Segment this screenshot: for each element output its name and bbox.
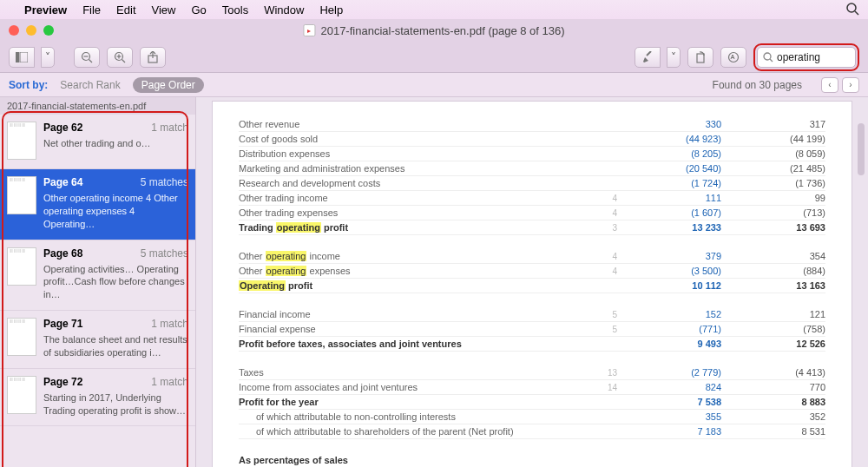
zoom-in-button[interactable]	[107, 47, 133, 68]
search-result-item[interactable]: ||||| ||||| ||||| ||||| Page 621 match N…	[0, 115, 195, 169]
table-row: Distribution expenses(8 205)(8 059)	[239, 147, 825, 161]
window-titlebar: ▸ 2017-financial-statements-en.pdf (page…	[0, 19, 868, 42]
sidebar-view-button[interactable]	[9, 47, 35, 68]
menu-go[interactable]: Go	[191, 3, 206, 16]
page-thumbnail: ||||| ||||| ||||| |||||	[7, 318, 36, 356]
sort-search-rank[interactable]: Search Rank	[60, 79, 120, 91]
sort-by-label: Sort by:	[9, 79, 48, 91]
table-row: As percentages of sales	[239, 453, 825, 467]
rotate-button[interactable]	[687, 47, 713, 68]
macos-menubar: Preview File Edit View Go Tools Window H…	[0, 0, 868, 19]
menu-edit[interactable]: Edit	[116, 3, 135, 16]
menu-file[interactable]: File	[82, 3, 101, 16]
result-page: Page 72	[43, 376, 82, 388]
result-match-count: 5 matches	[141, 176, 188, 188]
next-result-button[interactable]: ›	[842, 77, 859, 93]
svg-line-1	[855, 11, 858, 15]
search-result-item[interactable]: ||||| ||||| ||||| ||||| Page 721 match S…	[0, 369, 195, 427]
svg-rect-2	[16, 52, 19, 62]
table-row: Taxes13(2 779)(4 413)	[239, 365, 825, 380]
window-controls	[9, 25, 54, 36]
pdf-page: Other revenue330317Cost of goods sold(44…	[212, 101, 852, 467]
table-row: Cost of goods sold(44 923)(44 199)	[239, 132, 825, 147]
table-row: Income from associates and joint venture…	[239, 380, 825, 395]
minimize-button[interactable]	[26, 25, 36, 36]
table-row: Other operating income4379354	[239, 249, 825, 264]
result-match-count: 5 matches	[141, 247, 188, 260]
result-snippet: Other operating income 4 Other operating…	[43, 192, 188, 231]
page-thumbnail: ||||| ||||| ||||| |||||	[7, 376, 36, 414]
search-sort-bar: Sort by: Search Rank Page Order Found on…	[0, 73, 868, 97]
table-row: Other operating expenses4(3 500)(884)	[239, 264, 825, 279]
pdf-file-icon: ▸	[303, 24, 315, 36]
result-page: Page 71	[43, 318, 82, 330]
result-snippet: Net other trading and o…	[43, 137, 188, 150]
table-row: Other trading income411199	[239, 191, 825, 206]
result-pager: ‹ ›	[821, 77, 859, 93]
search-result-item[interactable]: ||||| ||||| ||||| ||||| Page 645 matches…	[0, 169, 195, 240]
search-result-item[interactable]: ||||| ||||| ||||| ||||| Page 711 match T…	[0, 311, 195, 369]
table-row: of which attributable to shareholders of…	[239, 424, 825, 439]
markup-button[interactable]	[720, 47, 746, 68]
menu-help[interactable]: Help	[319, 3, 343, 16]
result-snippet: The balance sheet and net results of sub…	[43, 333, 188, 359]
zoom-button[interactable]	[43, 25, 54, 36]
highlight-button[interactable]	[635, 47, 661, 68]
search-result-item[interactable]: ||||| ||||| ||||| ||||| Page 685 matches…	[0, 240, 195, 312]
title-text: 2017-financial-statements-en.pdf (page 8…	[320, 24, 564, 37]
pdf-viewer[interactable]: Other revenue330317Cost of goods sold(44…	[196, 97, 868, 467]
sidebar-view-dropdown[interactable]: ˅	[41, 47, 55, 68]
prev-result-button[interactable]: ‹	[821, 77, 838, 93]
table-row: Profit before taxes, associates and join…	[239, 337, 825, 352]
table-row: Operating profit10 11213 163	[239, 279, 825, 293]
result-match-count: 1 match	[151, 122, 188, 134]
search-input[interactable]	[777, 51, 846, 63]
svg-line-6	[89, 59, 93, 62]
menu-tools[interactable]: Tools	[222, 3, 248, 16]
page-thumbnail: ||||| ||||| ||||| |||||	[7, 122, 36, 160]
menu-view[interactable]: View	[152, 3, 176, 16]
svg-line-10	[122, 59, 126, 62]
svg-rect-14	[697, 54, 704, 62]
table-row: Financial expense5(771)(758)	[239, 322, 825, 337]
share-button[interactable]	[140, 47, 166, 68]
table-row: Financial income5152121	[239, 307, 825, 322]
svg-point-0	[847, 3, 856, 12]
search-results-sidebar: 2017-financial-statements-en.pdf ||||| |…	[0, 97, 196, 467]
menu-window[interactable]: Window	[264, 3, 304, 16]
result-match-count: 1 match	[151, 376, 188, 388]
result-page: Page 64	[43, 176, 82, 188]
table-row: Other revenue330317	[239, 117, 825, 132]
svg-rect-3	[20, 52, 28, 62]
sort-page-order[interactable]: Page Order	[133, 77, 204, 93]
result-snippet: Starting in 2017, Underlying Trading ope…	[43, 391, 188, 418]
result-page: Page 62	[43, 122, 82, 134]
found-count: Found on 30 pages	[713, 79, 802, 91]
close-button[interactable]	[9, 25, 19, 36]
table-row: Marketing and administration expenses(20…	[239, 161, 825, 176]
search-highlight-ring	[753, 43, 859, 71]
toolbar: ˅ ˅	[0, 42, 868, 73]
spotlight-icon[interactable]	[845, 2, 859, 18]
svg-line-17	[770, 59, 773, 62]
result-match-count: 1 match	[151, 318, 188, 330]
search-icon	[763, 52, 773, 62]
svg-point-16	[764, 53, 771, 60]
sidebar-doc-title: 2017-financial-statements-en.pdf	[0, 97, 195, 115]
highlight-dropdown[interactable]: ˅	[667, 47, 681, 68]
table-row: Trading operating profit313 23313 693	[239, 220, 825, 235]
table-row: Profit for the year7 5388 883	[239, 395, 825, 410]
document-title: ▸ 2017-financial-statements-en.pdf (page…	[303, 24, 564, 37]
app-menu[interactable]: Preview	[24, 3, 67, 16]
table-row: of which attributable to non-controlling…	[239, 410, 825, 424]
scrollbar-thumb[interactable]	[858, 123, 865, 175]
zoom-out-button[interactable]	[74, 47, 100, 68]
table-row: Other trading expenses4(1 607)(713)	[239, 206, 825, 220]
table-row: Research and development costs(1 724)(1 …	[239, 176, 825, 191]
search-field[interactable]	[757, 47, 856, 68]
svg-line-13	[647, 51, 651, 56]
result-page: Page 68	[43, 247, 82, 260]
page-thumbnail: ||||| ||||| ||||| |||||	[7, 247, 36, 286]
result-snippet: Operating activities… Operating profit…C…	[43, 263, 188, 302]
page-thumbnail: ||||| ||||| ||||| |||||	[7, 176, 36, 214]
